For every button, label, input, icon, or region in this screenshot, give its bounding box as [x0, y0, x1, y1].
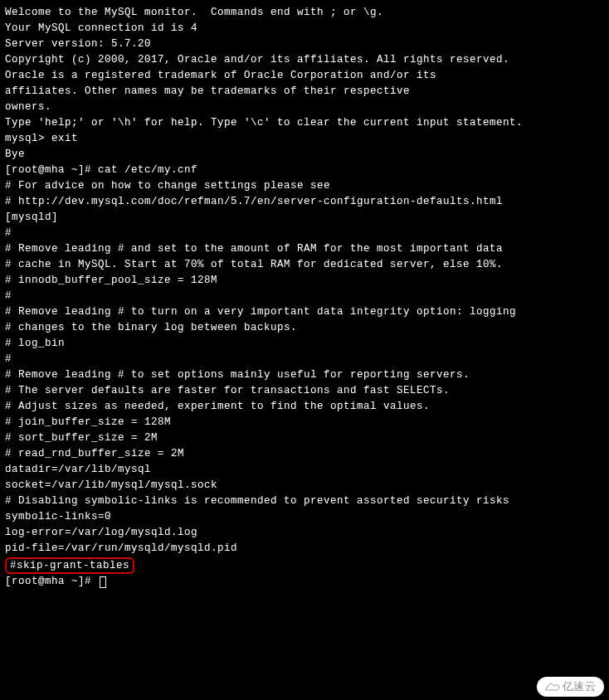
- output-line: Your MySQL connection id is 4: [5, 21, 604, 36]
- output-line: owners.: [5, 100, 604, 115]
- mysql-prompt-line: mysql> exit: [5, 131, 604, 147]
- terminal-output[interactable]: Welcome to the MySQL monitor. Commands e…: [5, 5, 604, 590]
- cursor-icon: [100, 576, 106, 588]
- output-line: # For advice on how to change settings p…: [5, 178, 604, 194]
- output-line: # read_rnd_buffer_size = 2M: [5, 446, 604, 462]
- output-line: # The server defaults are faster for tra…: [5, 383, 604, 399]
- output-line: # sort_buffer_size = 2M: [5, 430, 604, 446]
- output-line: Welcome to the MySQL monitor. Commands e…: [5, 5, 604, 21]
- output-line: # cache in MySQL. Start at 70% of total …: [5, 257, 604, 273]
- highlighted-line: #skip-grant-tables: [5, 557, 604, 574]
- output-line: # join_buffer_size = 128M: [5, 415, 604, 430]
- output-line: affiliates. Other names may be trademark…: [5, 84, 604, 100]
- output-line: log-error=/var/log/mysqld.log: [5, 525, 604, 541]
- output-line: # Remove leading # and set to the amount…: [5, 241, 604, 257]
- watermark-text: 亿速云: [563, 678, 597, 694]
- output-line: Oracle is a registered trademark of Orac…: [5, 68, 604, 84]
- output-line: #: [5, 289, 604, 304]
- output-line: # changes to the binary log between back…: [5, 320, 604, 336]
- output-line: Type 'help;' or '\h' for help. Type '\c'…: [5, 115, 604, 131]
- output-line: # Disabling symbolic-links is recommende…: [5, 493, 604, 509]
- output-line: #: [5, 352, 604, 367]
- cloud-logo-icon: [543, 681, 560, 693]
- output-line: [mysqld]: [5, 210, 604, 226]
- output-line: # Adjust sizes as needed, experiment to …: [5, 399, 604, 415]
- output-line: # innodb_buffer_pool_size = 128M: [5, 273, 604, 289]
- output-line: pid-file=/var/run/mysqld/mysqld.pid: [5, 541, 604, 557]
- output-line: # Remove leading # to turn on a very imp…: [5, 304, 604, 320]
- output-line: socket=/var/lib/mysql/mysql.sock: [5, 478, 604, 493]
- output-line: Bye: [5, 147, 604, 163]
- output-line: symbolic-links=0: [5, 509, 604, 525]
- highlight-box: #skip-grant-tables: [5, 557, 134, 574]
- shell-prompt: [root@mha ~]#: [5, 574, 98, 590]
- watermark-badge: 亿速云: [537, 677, 605, 697]
- shell-prompt-line[interactable]: [root@mha ~]#: [5, 574, 604, 590]
- output-line: Copyright (c) 2000, 2017, Oracle and/or …: [5, 52, 604, 68]
- output-line: datadir=/var/lib/mysql: [5, 462, 604, 478]
- output-line: Server version: 5.7.20: [5, 36, 604, 52]
- output-line: # http://dev.mysql.com/doc/refman/5.7/en…: [5, 194, 604, 210]
- shell-command-line: [root@mha ~]# cat /etc/my.cnf: [5, 163, 604, 178]
- output-line: #: [5, 226, 604, 241]
- output-line: # log_bin: [5, 336, 604, 352]
- output-line: # Remove leading # to set options mainly…: [5, 367, 604, 383]
